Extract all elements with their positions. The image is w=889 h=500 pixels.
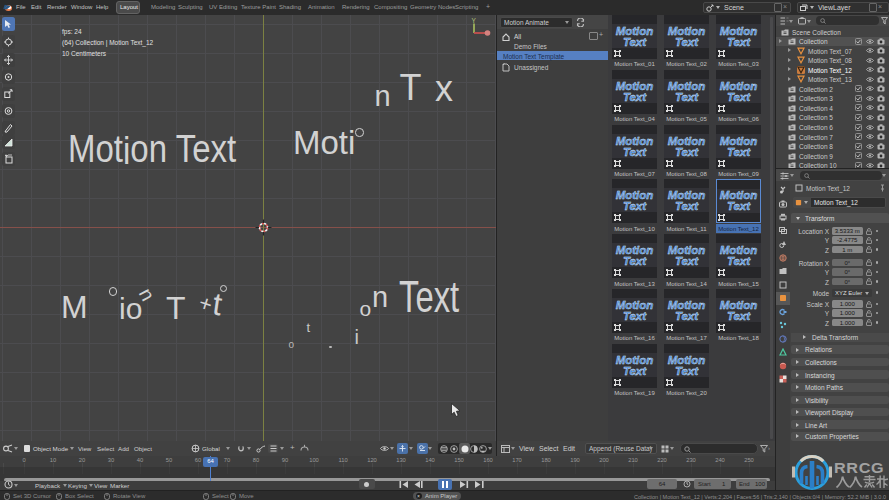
svg-text:RRCG: RRCG bbox=[834, 460, 884, 476]
svg-text:Y: Y bbox=[472, 17, 477, 24]
